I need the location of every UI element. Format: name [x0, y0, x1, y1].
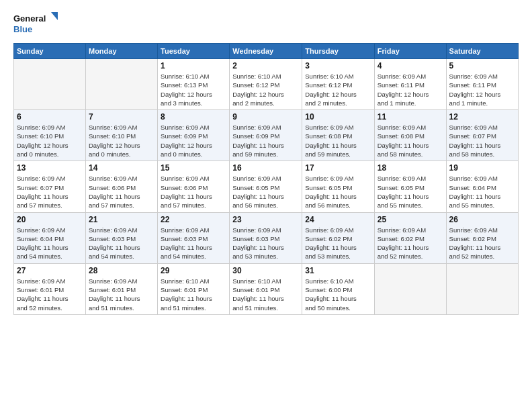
calendar-cell-w2-d5: 10Sunrise: 6:09 AM Sunset: 6:08 PM Dayli…	[302, 110, 374, 161]
day-detail: Sunrise: 6:09 AM Sunset: 6:08 PM Dayligh…	[305, 123, 371, 158]
day-detail: Sunrise: 6:09 AM Sunset: 6:03 PM Dayligh…	[161, 226, 226, 261]
day-detail: Sunrise: 6:10 AM Sunset: 6:01 PM Dayligh…	[232, 277, 299, 312]
calendar-cell-w4-d4: 23Sunrise: 6:09 AM Sunset: 6:03 PM Dayli…	[230, 212, 302, 263]
day-number: 28	[89, 266, 154, 275]
calendar-cell-w1-d4: 2Sunrise: 6:10 AM Sunset: 6:12 PM Daylig…	[230, 59, 302, 110]
day-detail: Sunrise: 6:09 AM Sunset: 6:03 PM Dayligh…	[89, 226, 154, 261]
calendar-cell-w3-d7: 19Sunrise: 6:09 AM Sunset: 6:04 PM Dayli…	[446, 161, 518, 212]
day-detail: Sunrise: 6:09 AM Sunset: 6:09 PM Dayligh…	[232, 123, 299, 158]
day-number: 3	[305, 61, 371, 71]
calendar-cell-w5-d3: 29Sunrise: 6:10 AM Sunset: 6:01 PM Dayli…	[158, 263, 230, 314]
day-detail: Sunrise: 6:10 AM Sunset: 6:00 PM Dayligh…	[305, 277, 371, 312]
day-number: 8	[161, 112, 226, 122]
calendar-cell-w4-d7: 26Sunrise: 6:09 AM Sunset: 6:02 PM Dayli…	[446, 212, 518, 263]
logo: General Blue	[13, 11, 60, 38]
day-number: 19	[449, 163, 515, 173]
day-number: 17	[305, 163, 371, 173]
calendar-cell-w4-d3: 22Sunrise: 6:09 AM Sunset: 6:03 PM Dayli…	[158, 212, 230, 263]
calendar-cell-w5-d7	[446, 263, 518, 314]
calendar-week-4: 20Sunrise: 6:09 AM Sunset: 6:04 PM Dayli…	[14, 212, 519, 263]
day-number: 11	[378, 112, 443, 122]
header-monday: Monday	[85, 44, 157, 59]
day-number: 5	[449, 61, 515, 71]
day-number: 20	[17, 215, 83, 224]
day-detail: Sunrise: 6:09 AM Sunset: 6:04 PM Dayligh…	[17, 226, 83, 261]
day-detail: Sunrise: 6:09 AM Sunset: 6:03 PM Dayligh…	[232, 226, 299, 261]
day-detail: Sunrise: 6:09 AM Sunset: 6:05 PM Dayligh…	[232, 174, 299, 210]
svg-text:Blue: Blue	[13, 24, 32, 34]
calendar-cell-w2-d6: 11Sunrise: 6:09 AM Sunset: 6:08 PM Dayli…	[374, 110, 446, 161]
day-detail: Sunrise: 6:09 AM Sunset: 6:02 PM Dayligh…	[305, 226, 371, 261]
header-sunday: Sunday	[14, 44, 86, 59]
calendar-cell-w5-d4: 30Sunrise: 6:10 AM Sunset: 6:01 PM Dayli…	[230, 263, 302, 314]
calendar-cell-w2-d2: 7Sunrise: 6:09 AM Sunset: 6:10 PM Daylig…	[85, 110, 157, 161]
calendar-cell-w4-d2: 21Sunrise: 6:09 AM Sunset: 6:03 PM Dayli…	[85, 212, 157, 263]
day-number: 7	[89, 112, 154, 122]
calendar-week-2: 6Sunrise: 6:09 AM Sunset: 6:10 PM Daylig…	[14, 110, 519, 161]
calendar-cell-w2-d7: 12Sunrise: 6:09 AM Sunset: 6:07 PM Dayli…	[446, 110, 518, 161]
day-detail: Sunrise: 6:09 AM Sunset: 6:06 PM Dayligh…	[89, 174, 154, 210]
day-detail: Sunrise: 6:09 AM Sunset: 6:06 PM Dayligh…	[161, 174, 226, 210]
day-number: 29	[161, 266, 226, 275]
svg-marker-2	[51, 12, 58, 20]
calendar-header-row: SundayMondayTuesdayWednesdayThursdayFrid…	[14, 44, 519, 59]
day-detail: Sunrise: 6:10 AM Sunset: 6:12 PM Dayligh…	[232, 72, 299, 107]
day-detail: Sunrise: 6:09 AM Sunset: 6:07 PM Dayligh…	[449, 123, 515, 158]
day-number: 10	[305, 112, 371, 122]
calendar-cell-w1-d2	[85, 59, 157, 110]
calendar-cell-w5-d5: 31Sunrise: 6:10 AM Sunset: 6:00 PM Dayli…	[302, 263, 374, 314]
calendar-cell-w2-d1: 6Sunrise: 6:09 AM Sunset: 6:10 PM Daylig…	[14, 110, 86, 161]
calendar-cell-w1-d3: 1Sunrise: 6:10 AM Sunset: 6:13 PM Daylig…	[158, 59, 230, 110]
calendar-cell-w3-d5: 17Sunrise: 6:09 AM Sunset: 6:05 PM Dayli…	[302, 161, 374, 212]
calendar-cell-w5-d6	[374, 263, 446, 314]
day-number: 9	[232, 112, 299, 122]
day-number: 21	[89, 215, 154, 224]
day-detail: Sunrise: 6:09 AM Sunset: 6:01 PM Dayligh…	[89, 277, 154, 312]
calendar-cell-w3-d4: 16Sunrise: 6:09 AM Sunset: 6:05 PM Dayli…	[230, 161, 302, 212]
day-number: 22	[161, 215, 226, 224]
calendar-cell-w2-d3: 8Sunrise: 6:09 AM Sunset: 6:09 PM Daylig…	[158, 110, 230, 161]
day-number: 13	[17, 163, 83, 173]
calendar-cell-w4-d6: 25Sunrise: 6:09 AM Sunset: 6:02 PM Dayli…	[374, 212, 446, 263]
day-number: 25	[378, 215, 443, 224]
page-header: General Blue	[13, 11, 519, 38]
calendar-week-5: 27Sunrise: 6:09 AM Sunset: 6:01 PM Dayli…	[14, 263, 519, 314]
day-number: 26	[449, 215, 515, 224]
day-number: 23	[232, 215, 299, 224]
calendar-cell-w3-d1: 13Sunrise: 6:09 AM Sunset: 6:07 PM Dayli…	[14, 161, 86, 212]
day-number: 12	[449, 112, 515, 122]
calendar-cell-w1-d6: 4Sunrise: 6:09 AM Sunset: 6:11 PM Daylig…	[374, 59, 446, 110]
day-detail: Sunrise: 6:09 AM Sunset: 6:08 PM Dayligh…	[378, 123, 443, 158]
day-number: 24	[305, 215, 371, 224]
day-detail: Sunrise: 6:09 AM Sunset: 6:04 PM Dayligh…	[449, 174, 515, 210]
day-number: 6	[17, 112, 83, 122]
calendar-cell-w3-d6: 18Sunrise: 6:09 AM Sunset: 6:05 PM Dayli…	[374, 161, 446, 212]
day-detail: Sunrise: 6:09 AM Sunset: 6:10 PM Dayligh…	[89, 123, 154, 158]
calendar-week-1: 1Sunrise: 6:10 AM Sunset: 6:13 PM Daylig…	[14, 59, 519, 110]
calendar-cell-w4-d1: 20Sunrise: 6:09 AM Sunset: 6:04 PM Dayli…	[14, 212, 86, 263]
day-number: 27	[17, 266, 83, 275]
calendar-cell-w2-d4: 9Sunrise: 6:09 AM Sunset: 6:09 PM Daylig…	[230, 110, 302, 161]
day-detail: Sunrise: 6:09 AM Sunset: 6:07 PM Dayligh…	[17, 174, 83, 210]
header-wednesday: Wednesday	[230, 44, 302, 59]
calendar-cell-w3-d3: 15Sunrise: 6:09 AM Sunset: 6:06 PM Dayli…	[158, 161, 230, 212]
svg-text:General: General	[13, 13, 46, 24]
calendar-cell-w1-d1	[14, 59, 86, 110]
calendar-cell-w5-d2: 28Sunrise: 6:09 AM Sunset: 6:01 PM Dayli…	[85, 263, 157, 314]
day-detail: Sunrise: 6:10 AM Sunset: 6:12 PM Dayligh…	[305, 72, 371, 107]
day-number: 1	[161, 61, 226, 71]
calendar-cell-w5-d1: 27Sunrise: 6:09 AM Sunset: 6:01 PM Dayli…	[14, 263, 86, 314]
calendar: SundayMondayTuesdayWednesdayThursdayFrid…	[13, 43, 519, 315]
day-detail: Sunrise: 6:09 AM Sunset: 6:09 PM Dayligh…	[161, 123, 226, 158]
day-number: 16	[232, 163, 299, 173]
day-detail: Sunrise: 6:09 AM Sunset: 6:02 PM Dayligh…	[449, 226, 515, 261]
day-detail: Sunrise: 6:09 AM Sunset: 6:02 PM Dayligh…	[378, 226, 443, 261]
calendar-body: 1Sunrise: 6:10 AM Sunset: 6:13 PM Daylig…	[14, 59, 519, 315]
calendar-cell-w1-d7: 5Sunrise: 6:09 AM Sunset: 6:11 PM Daylig…	[446, 59, 518, 110]
day-number: 30	[232, 266, 299, 275]
header-friday: Friday	[374, 44, 446, 59]
day-number: 4	[378, 61, 443, 71]
header-saturday: Saturday	[446, 44, 518, 59]
calendar-cell-w1-d5: 3Sunrise: 6:10 AM Sunset: 6:12 PM Daylig…	[302, 59, 374, 110]
day-detail: Sunrise: 6:09 AM Sunset: 6:11 PM Dayligh…	[378, 72, 443, 107]
